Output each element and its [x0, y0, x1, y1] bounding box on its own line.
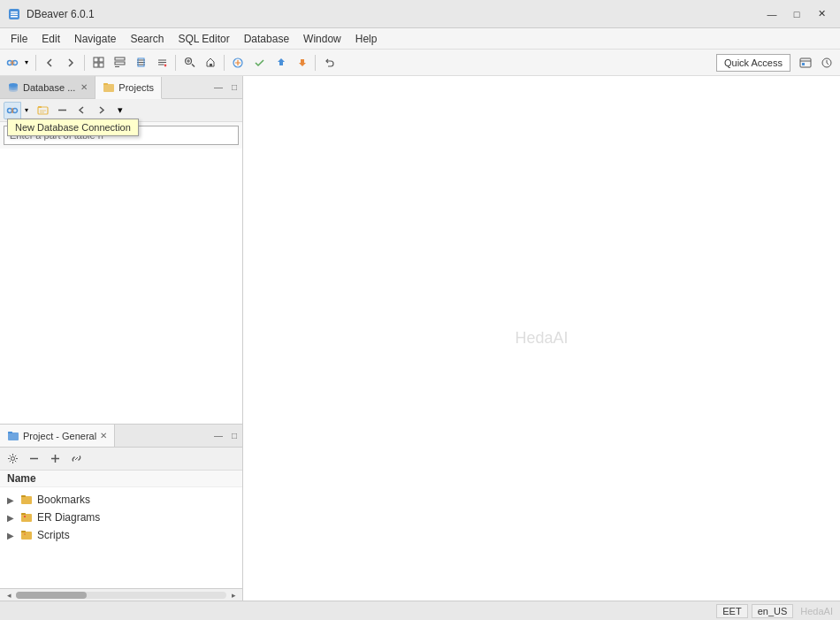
- new-connection-group: ▾: [4, 54, 32, 72]
- tree-arrow-er: ▶: [7, 513, 16, 523]
- svg-rect-14: [115, 62, 125, 65]
- toolbar-undo-button[interactable]: [319, 53, 339, 73]
- svg-rect-13: [115, 57, 125, 60]
- new-connection-dropdown[interactable]: ▾: [21, 54, 32, 72]
- scroll-right-button[interactable]: ▸: [226, 589, 241, 601]
- watermark: HedaAI: [515, 329, 568, 348]
- project-settings-button[interactable]: [4, 450, 21, 468]
- close-button[interactable]: ✕: [810, 5, 833, 23]
- menu-navigate[interactable]: Navigate: [67, 28, 123, 49]
- svg-rect-15: [115, 66, 119, 67]
- main-area: Database ... ✕ Projects — □: [0, 76, 840, 601]
- svg-rect-23: [802, 63, 805, 65]
- main-content-area: HedaAI: [243, 76, 840, 601]
- svg-rect-27: [103, 83, 108, 85]
- project-add-button[interactable]: [46, 450, 64, 468]
- svg-rect-11: [94, 63, 98, 67]
- svg-rect-3: [11, 16, 18, 18]
- app-icon: [7, 7, 21, 21]
- toolbar-btn-1[interactable]: [88, 53, 108, 73]
- svg-rect-35: [8, 432, 19, 440]
- tab-project-general[interactable]: Project - General ✕: [0, 425, 115, 447]
- scroll-track: [16, 592, 226, 599]
- scripts-folder-icon: [19, 528, 34, 542]
- separator-1: [35, 55, 36, 71]
- tab-database-label: Database ...: [23, 82, 75, 93]
- tab-projects-label: Projects: [118, 82, 154, 93]
- toolbar-btn-7[interactable]: [228, 53, 248, 73]
- svg-rect-1: [11, 11, 18, 13]
- menu-file[interactable]: File: [4, 28, 34, 49]
- toolbar-btn-10[interactable]: [292, 53, 311, 73]
- tab-projects[interactable]: Projects: [95, 77, 162, 99]
- bottom-panel-controls: — □: [210, 428, 242, 444]
- panel-toolbar: ▾: [0, 99, 242, 122]
- toolbar-btn-3[interactable]: [131, 53, 150, 73]
- panel-new-connection-dropdown[interactable]: ▾: [21, 102, 32, 119]
- project-link-button[interactable]: [67, 450, 85, 468]
- title-bar: DBeaver 6.0.1 — □ ✕: [0, 0, 840, 28]
- project-tab-icon: [7, 430, 19, 442]
- panel-open-folder-button[interactable]: [34, 102, 51, 119]
- panel-forward-button[interactable]: [92, 102, 110, 119]
- list-item[interactable]: ▶ Bookmarks: [0, 491, 242, 509]
- panel-tab-controls: — □: [210, 80, 242, 96]
- svg-rect-20: [210, 64, 212, 66]
- new-connection-button[interactable]: [4, 54, 21, 72]
- svg-rect-33: [38, 106, 42, 108]
- panel-collapse-button[interactable]: [53, 102, 71, 119]
- scroll-left-button[interactable]: ◂: [2, 589, 16, 601]
- toolbar-btn-5[interactable]: [179, 53, 199, 73]
- svg-rect-41: [21, 496, 32, 504]
- toolbar-btn-4[interactable]: [152, 53, 172, 73]
- tab-project-general-close[interactable]: ✕: [100, 431, 107, 440]
- left-panel: Database ... ✕ Projects — □: [0, 76, 243, 601]
- toolbar-btn-8[interactable]: [249, 53, 269, 73]
- svg-rect-21: [800, 58, 811, 67]
- svg-rect-42: [21, 495, 26, 497]
- panel-minimize-button[interactable]: —: [210, 80, 226, 96]
- bottom-panel-maximize-button[interactable]: □: [226, 428, 242, 444]
- svg-rect-2: [11, 13, 18, 15]
- separator-4: [224, 55, 225, 71]
- scroll-thumb[interactable]: [16, 592, 87, 599]
- toolbar-btn-2[interactable]: [110, 53, 129, 73]
- panel-new-connection-button[interactable]: [4, 102, 21, 119]
- svg-rect-44: [21, 513, 26, 515]
- svg-rect-36: [8, 432, 12, 433]
- tab-database[interactable]: Database ... ✕: [0, 76, 95, 98]
- minimize-button[interactable]: —: [760, 5, 783, 23]
- svg-rect-26: [103, 84, 114, 92]
- toolbar-icon-btn-2[interactable]: [817, 53, 836, 73]
- toolbar-icon-btn-1[interactable]: [796, 53, 815, 73]
- menu-search[interactable]: Search: [123, 28, 171, 49]
- project-collapse-button[interactable]: [25, 450, 42, 468]
- bottom-left-panel: Project - General ✕ — □: [0, 424, 242, 601]
- status-locale[interactable]: en_US: [752, 604, 794, 618]
- panel-maximize-button[interactable]: □: [226, 80, 242, 96]
- bottom-panel-minimize-button[interactable]: —: [210, 428, 226, 444]
- panel-back-button[interactable]: [73, 102, 90, 119]
- menu-sql-editor[interactable]: SQL Editor: [171, 28, 236, 49]
- menu-database[interactable]: Database: [237, 28, 296, 49]
- toolbar-btn-9[interactable]: [271, 53, 290, 73]
- status-eet[interactable]: EET: [716, 604, 747, 618]
- menu-window[interactable]: Window: [296, 28, 348, 49]
- main-toolbar: ▾: [0, 50, 840, 76]
- toolbar-btn-6[interactable]: [201, 53, 220, 73]
- status-bar: EET en_US HedaAI: [0, 601, 840, 620]
- menu-edit[interactable]: Edit: [34, 28, 67, 49]
- svg-point-37: [11, 457, 14, 461]
- quick-access-field[interactable]: Quick Access: [716, 54, 790, 72]
- er-diagrams-label: ER Diagrams: [37, 511, 100, 524]
- tab-database-close[interactable]: ✕: [80, 82, 88, 92]
- list-item[interactable]: ▶ ER Diagrams: [0, 509, 242, 526]
- panel-more-button[interactable]: ▾: [111, 102, 129, 119]
- menu-help[interactable]: Help: [348, 28, 385, 49]
- toolbar-forward-button[interactable]: [61, 53, 80, 73]
- status-watermark: HedaAI: [800, 606, 833, 616]
- project-tree: ▶ Bookmarks ▶: [0, 487, 242, 588]
- list-item[interactable]: ▶ Scripts: [0, 526, 242, 544]
- toolbar-back-button[interactable]: [40, 53, 59, 73]
- maximize-button[interactable]: □: [785, 5, 808, 23]
